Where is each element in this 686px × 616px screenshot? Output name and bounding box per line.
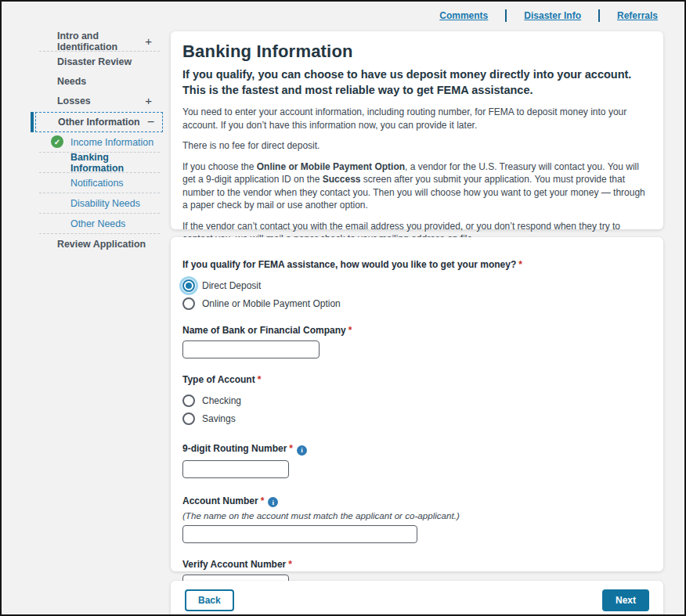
plus-icon[interactable]: + xyxy=(145,34,152,48)
account-number-note: (The name on the account must match the … xyxy=(182,510,652,521)
next-button[interactable]: Next xyxy=(602,589,649,611)
paragraph-text: If you choose the xyxy=(182,161,257,172)
sidebar-item-label: Banking Information xyxy=(70,152,163,174)
sidebar-item-label: Other Information xyxy=(58,117,147,128)
radio-unselected-icon[interactable] xyxy=(182,394,195,407)
radio-selected-icon[interactable] xyxy=(182,279,195,292)
paragraph-bold-text: Online or Mobile Payment Option xyxy=(257,161,405,172)
paragraph: If you choose the Online or Mobile Payme… xyxy=(182,160,652,212)
check-circle-icon: ✓ xyxy=(51,135,63,148)
sidebar-item-label: Other Needs xyxy=(70,218,125,229)
footer-actions-card: Back Next xyxy=(171,581,663,616)
radio-label: Savings xyxy=(202,413,236,424)
sidebar-item-label: Disability Needs xyxy=(70,198,140,209)
sidebar-item-disaster-review[interactable]: Disaster Review xyxy=(30,52,163,71)
label-text: Account Number xyxy=(182,495,258,506)
sidebar-item-other-needs[interactable]: Other Needs xyxy=(30,214,163,233)
required-asterisk: * xyxy=(289,443,293,454)
routing-number-field: 9-digit Routing Number*i xyxy=(182,443,652,478)
sidebar-item-label: Needs xyxy=(57,76,153,87)
info-icon[interactable]: i xyxy=(268,497,278,507)
paragraph-bold-text: Success xyxy=(323,174,361,185)
radio-label: Online or Mobile Payment Option xyxy=(202,298,341,309)
radio-online-mobile-payment[interactable]: Online or Mobile Payment Option xyxy=(182,294,652,312)
sidebar-item-label: Losses xyxy=(57,95,145,106)
sidebar-item-label: Review Application xyxy=(57,239,153,250)
minus-icon[interactable]: − xyxy=(147,115,154,129)
sidebar-item-banking-information[interactable]: Banking Information xyxy=(30,153,163,172)
label-text: Type of Account xyxy=(182,374,255,385)
sidebar-item-needs[interactable]: Needs xyxy=(30,71,163,91)
page-title: Banking Information xyxy=(182,41,652,62)
sidebar-item-notifications[interactable]: Notifications xyxy=(30,173,163,193)
application-window: Comments Disaster Info Referrals Intro a… xyxy=(0,0,686,616)
label-text: Verify Account Number xyxy=(182,559,286,570)
bank-name-label: Name of Bank or Financial Company* xyxy=(182,325,652,336)
referrals-link[interactable]: Referrals xyxy=(617,10,658,21)
sidebar-item-other-information[interactable]: Other Information − xyxy=(35,112,163,132)
bank-name-field: Name of Bank or Financial Company* xyxy=(182,325,652,358)
lead-text: If you qualify, you can choose to have u… xyxy=(182,67,652,98)
payment-method-group: If you qualify for FEMA assistance, how … xyxy=(182,259,652,312)
account-type-group: Type of Account* Checking Savings xyxy=(182,374,652,427)
payment-method-options: Direct Deposit Online or Mobile Payment … xyxy=(182,276,652,312)
sidebar-item-disability-needs[interactable]: Disability Needs xyxy=(30,193,163,213)
sidebar-item-income-information[interactable]: ✓ Income Information xyxy=(30,132,163,152)
label-text: Name of Bank or Financial Company xyxy=(182,325,346,336)
sidebar-item-label: Disaster Review xyxy=(57,56,153,67)
account-type-label: Type of Account* xyxy=(182,374,652,385)
banking-form-card: If you qualify for FEMA assistance, how … xyxy=(171,237,663,571)
radio-checking[interactable]: Checking xyxy=(182,391,652,409)
back-button[interactable]: Back xyxy=(185,589,234,611)
info-icon[interactable]: i xyxy=(297,445,307,456)
intro-card: Banking Information If you qualify, you … xyxy=(171,31,663,229)
account-number-label: Account Number*i xyxy=(182,495,652,508)
radio-unselected-icon[interactable] xyxy=(182,412,195,425)
radio-unselected-icon[interactable] xyxy=(182,297,195,310)
required-asterisk: * xyxy=(348,325,352,336)
divider xyxy=(598,9,600,22)
sidebar-item-label: Intro and Identification xyxy=(57,31,145,52)
account-number-input[interactable] xyxy=(182,525,417,543)
required-asterisk: * xyxy=(288,559,292,570)
sidebar-item-label: Notifications xyxy=(70,178,124,189)
required-asterisk: * xyxy=(261,495,265,506)
top-links-bar: Comments Disaster Info Referrals xyxy=(439,9,658,22)
sidebar-item-review-application[interactable]: Review Application xyxy=(30,234,163,254)
payment-method-label: If you qualify for FEMA assistance, how … xyxy=(182,259,652,270)
radio-label: Direct Deposit xyxy=(202,280,261,291)
paragraph: There is no fee for direct deposit. xyxy=(182,139,652,153)
comments-link[interactable]: Comments xyxy=(439,10,488,21)
sidebar-item-losses[interactable]: Losses + xyxy=(30,91,163,110)
sidebar-nav: Intro and Identification + Disaster Revi… xyxy=(30,31,163,254)
routing-number-label: 9-digit Routing Number*i xyxy=(182,443,652,456)
paragraph: You need to enter your account informati… xyxy=(182,106,652,131)
required-asterisk: * xyxy=(518,259,522,270)
bank-name-input[interactable] xyxy=(182,340,320,358)
required-asterisk: * xyxy=(258,374,262,385)
plus-icon[interactable]: + xyxy=(145,94,152,107)
label-text: 9-digit Routing Number xyxy=(182,443,287,454)
label-text: If you qualify for FEMA assistance, how … xyxy=(182,259,516,270)
radio-direct-deposit[interactable]: Direct Deposit xyxy=(182,276,652,294)
radio-label: Checking xyxy=(202,395,241,406)
divider xyxy=(505,9,507,22)
account-number-field: Account Number*i (The name on the accoun… xyxy=(182,495,652,544)
account-type-options: Checking Savings xyxy=(182,391,652,427)
sidebar-item-intro-and-identification[interactable]: Intro and Identification + xyxy=(30,31,163,51)
disaster-info-link[interactable]: Disaster Info xyxy=(524,10,581,21)
radio-savings[interactable]: Savings xyxy=(182,409,652,427)
sidebar-item-label: Income Information xyxy=(70,137,153,148)
verify-account-number-label: Verify Account Number* xyxy=(182,559,652,570)
routing-number-input[interactable] xyxy=(182,460,289,478)
